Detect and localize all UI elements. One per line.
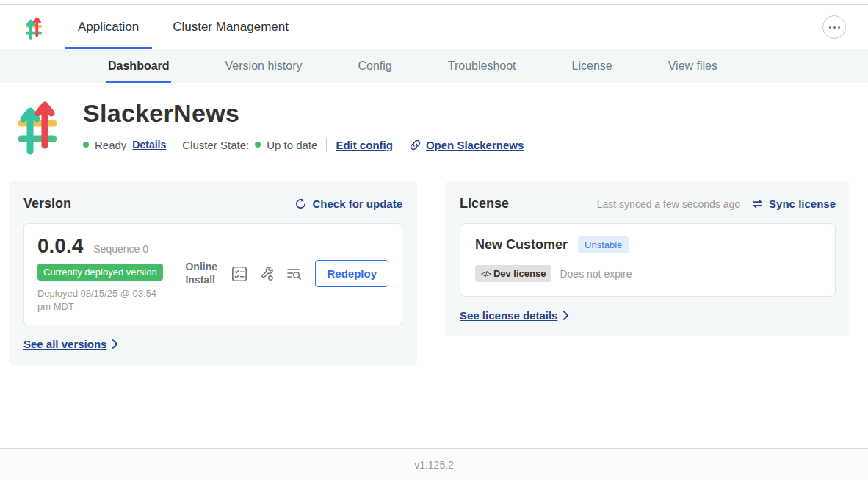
status-dot-ready <box>83 142 89 148</box>
status-dot-cluster <box>255 142 261 148</box>
refresh-icon <box>294 198 307 210</box>
dot-icon <box>829 26 831 29</box>
deployed-badge: Currently deployed version <box>37 264 163 281</box>
preflight-checks-icon[interactable] <box>231 266 247 282</box>
check-for-update-link[interactable]: Check for update <box>312 198 402 210</box>
top-nav-bar: Application Cluster Management <box>0 5 868 49</box>
app-logo-large <box>16 98 59 155</box>
page-title: SlackerNews <box>83 99 529 128</box>
chevron-right-icon <box>563 310 569 321</box>
license-type-label: Dev license <box>493 268 546 279</box>
code-icon: </> <box>481 270 491 278</box>
version-number: 0.0.4 <box>37 234 83 258</box>
version-card-title: Version <box>23 196 71 211</box>
cluster-state-value: Up to date <box>267 139 317 151</box>
version-card: Version Check for update 0.0.4 Sequence <box>9 181 417 365</box>
console-footer: v1.125.2 <box>0 448 868 481</box>
subnav-item-view-files[interactable]: View files <box>667 49 719 83</box>
chevron-right-icon <box>112 339 118 350</box>
customer-name: New Customer <box>475 237 568 253</box>
check-update-group[interactable]: Check for update <box>294 198 402 210</box>
subnav-item-license[interactable]: License <box>571 49 614 83</box>
channel-badge: Unstable <box>578 236 629 253</box>
subnav-item-config[interactable]: Config <box>357 49 394 83</box>
more-options-button[interactable] <box>822 15 846 39</box>
view-logs-icon[interactable] <box>286 266 302 282</box>
sync-license-link[interactable]: Sync license <box>769 198 836 210</box>
app-status-text: Ready <box>95 139 126 151</box>
license-card-title: License <box>460 196 509 211</box>
sync-icon <box>751 198 764 210</box>
license-type-badge: </> Dev license <box>475 265 551 282</box>
current-version-panel: 0.0.4 Sequence 0 Currently deployed vers… <box>23 223 402 325</box>
config-wrench-icon[interactable] <box>258 266 275 282</box>
see-license-details-group[interactable]: See license details <box>460 309 836 322</box>
divider <box>326 138 327 151</box>
tab-application[interactable]: Application <box>65 5 152 49</box>
app-sub-nav: Dashboard Version history Config Trouble… <box>0 49 868 83</box>
dashboard-main: SlackerNews Ready Details Cluster State:… <box>0 83 868 448</box>
dot-icon <box>838 26 840 29</box>
details-link[interactable]: Details <box>132 139 166 151</box>
open-app-link-group[interactable]: Open Slackernews <box>409 139 524 151</box>
edit-config-link[interactable]: Edit config <box>336 139 393 151</box>
tab-cluster-management[interactable]: Cluster Management <box>159 5 302 49</box>
top-nav-tabs: Application Cluster Management <box>65 5 309 49</box>
dot-icon <box>833 26 836 29</box>
license-panel: New Customer Unstable </> Dev license Do… <box>460 223 836 297</box>
console-version: v1.125.2 <box>414 459 454 471</box>
see-all-versions-group[interactable]: See all versions <box>23 338 402 350</box>
sequence-label: Sequence 0 <box>93 243 148 255</box>
subnav-item-dashboard[interactable]: Dashboard <box>106 49 171 83</box>
dashboard-cards: Version Check for update 0.0.4 Sequence <box>9 181 859 365</box>
cluster-state-label: Cluster State: <box>182 139 249 151</box>
app-logo-icon <box>25 15 43 40</box>
see-all-versions-link[interactable]: See all versions <box>23 338 106 350</box>
subnav-item-troubleshoot[interactable]: Troubleshoot <box>446 49 518 83</box>
see-license-details-link[interactable]: See license details <box>460 309 557 322</box>
redeploy-button[interactable]: Redeploy <box>315 260 388 287</box>
app-header: SlackerNews Ready Details Cluster State:… <box>16 98 868 155</box>
admin-console-page: Application Cluster Management Dashboard… <box>0 4 868 481</box>
subnav-item-version-history[interactable]: Version history <box>224 49 304 83</box>
version-actions: Online Install <box>185 260 388 287</box>
link-icon <box>409 139 422 151</box>
app-status-row: Ready Details Cluster State: Up to date … <box>83 138 529 151</box>
deployed-timestamp: Deployed 08/15/25 @ 03:54 pm MDT <box>37 287 171 313</box>
open-app-link[interactable]: Open Slackernews <box>426 139 524 151</box>
license-card: License Last synced a few seconds ago Sy… <box>445 181 850 336</box>
license-expiration: Does not expire <box>560 268 632 280</box>
version-info: 0.0.4 Sequence 0 Currently deployed vers… <box>37 234 171 313</box>
install-type-label: Online Install <box>185 261 220 286</box>
last-synced-text: Last synced a few seconds ago <box>597 198 740 210</box>
